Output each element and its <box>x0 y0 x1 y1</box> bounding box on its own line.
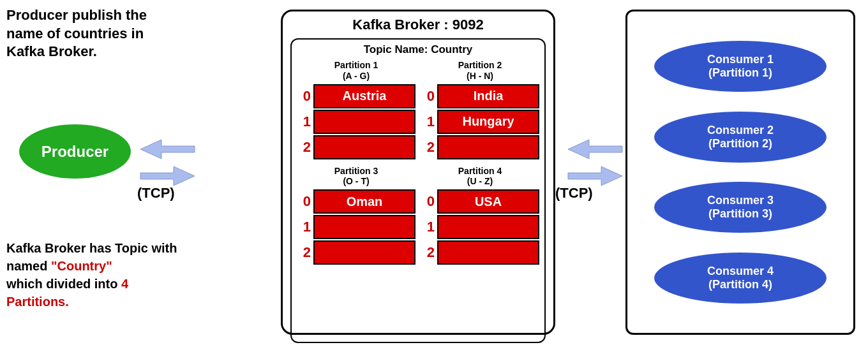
producer-description-text: Producer publish the name of countries i… <box>6 6 179 61</box>
producer-ellipse: Producer <box>19 124 131 179</box>
partitions-grid: Partition 1(A - G)0Austria12Partition 2(… <box>297 60 539 266</box>
consumer-label-3: Consumer 3(Partition 3) <box>707 194 774 221</box>
partition-rows-4: 0USA12 <box>421 189 539 266</box>
kafka-broker-box: Kafka Broker : 9092 Topic Name: Country … <box>281 10 555 335</box>
consumer-label-4: Consumer 4(Partition 4) <box>707 265 774 291</box>
partition-3: Partition 3(O - T)0Oman12 <box>297 166 415 267</box>
broker-title: Kafka Broker : 9092 <box>283 17 553 33</box>
table-row: 2 <box>421 135 539 159</box>
consumer-ellipse-4: Consumer 4(Partition 4) <box>654 253 827 304</box>
table-row: 0USA <box>421 189 539 214</box>
consumer-label-2: Consumer 2(Partition 2) <box>707 124 774 150</box>
table-row: 0Oman <box>297 189 415 214</box>
bottom-text-2: which divided into <box>6 277 121 291</box>
bottom-highlight-2: 4 <box>121 277 128 291</box>
row-number: 2 <box>297 139 311 156</box>
table-row: 1 <box>297 110 415 134</box>
partition-1: Partition 1(A - G)0Austria12 <box>297 60 415 161</box>
table-row: 1Hungary <box>421 110 539 134</box>
row-number: 0 <box>421 88 435 105</box>
partition-rows-1: 0Austria12 <box>297 84 415 161</box>
row-cell: USA <box>437 189 539 214</box>
row-number: 0 <box>421 193 435 210</box>
table-row: 2 <box>421 240 539 265</box>
bottom-text-3: Partitions. <box>6 295 69 309</box>
partition-title-1: Partition 1(A - G) <box>334 60 378 82</box>
row-cell <box>437 240 539 265</box>
row-number: 2 <box>297 244 311 261</box>
row-cell: Hungary <box>437 110 539 134</box>
consumer-ellipse-1: Consumer 1(Partition 1) <box>654 41 827 92</box>
table-row: 1 <box>421 215 539 239</box>
consumer-partition-box: Consumer 1(Partition 1)Consumer 2(Partit… <box>625 10 855 335</box>
row-cell <box>313 110 415 134</box>
row-cell <box>313 240 415 265</box>
tcp-left-label: (TCP) <box>137 185 175 202</box>
partition-title-3: Partition 3(O - T) <box>334 166 378 187</box>
row-cell <box>313 215 415 239</box>
row-number: 1 <box>421 114 435 130</box>
table-row: 2 <box>297 135 415 159</box>
table-row: 1 <box>297 215 415 239</box>
partition-title-2: Partition 2(H - N) <box>458 60 502 82</box>
table-row: 2 <box>297 240 415 265</box>
producer-label: Producer <box>41 143 108 161</box>
consumer-ellipse-2: Consumer 2(Partition 2) <box>654 112 827 163</box>
bottom-description: Kafka Broker has Topic with named "Count… <box>6 239 191 311</box>
topic-box: Topic Name: Country Partition 1(A - G)0A… <box>290 38 546 343</box>
row-number: 0 <box>297 88 311 105</box>
partition-4: Partition 4(U - Z)0USA12 <box>421 166 539 267</box>
consumer-ellipse-3: Consumer 3(Partition 3) <box>654 182 827 233</box>
row-cell <box>313 135 415 159</box>
partition-rows-2: 0India1Hungary2 <box>421 84 539 161</box>
table-row: 0Austria <box>297 84 415 108</box>
row-cell: Oman <box>313 189 415 214</box>
consumer-label-1: Consumer 1(Partition 1) <box>707 53 774 80</box>
row-number: 0 <box>297 193 311 210</box>
row-cell: Austria <box>313 84 415 108</box>
bottom-highlight-1: "Country" <box>51 259 112 273</box>
tcp-right-label: (TCP) <box>555 185 593 202</box>
row-number: 2 <box>421 244 435 261</box>
svg-marker-2 <box>568 140 622 159</box>
row-cell <box>437 135 539 159</box>
partition-title-4: Partition 4(U - Z) <box>458 166 502 187</box>
row-cell: India <box>437 84 539 108</box>
left-arrow-2-icon <box>565 137 625 161</box>
row-number: 1 <box>421 219 435 235</box>
row-cell <box>437 215 539 239</box>
left-arrow-icon <box>137 137 198 161</box>
row-number: 1 <box>297 114 311 130</box>
partition-2: Partition 2(H - N)0India1Hungary2 <box>421 60 539 161</box>
table-row: 0India <box>421 84 539 108</box>
partition-rows-3: 0Oman12 <box>297 189 415 266</box>
tcp-right-arrows <box>565 137 625 188</box>
svg-marker-0 <box>140 140 195 159</box>
svg-marker-1 <box>140 166 195 186</box>
tcp-left-arrows <box>137 137 198 188</box>
row-number: 1 <box>297 219 311 235</box>
topic-title: Topic Name: Country <box>297 43 539 56</box>
left-description: Producer publish the name of countries i… <box>6 6 179 61</box>
row-number: 2 <box>421 139 435 156</box>
svg-marker-3 <box>568 166 622 186</box>
